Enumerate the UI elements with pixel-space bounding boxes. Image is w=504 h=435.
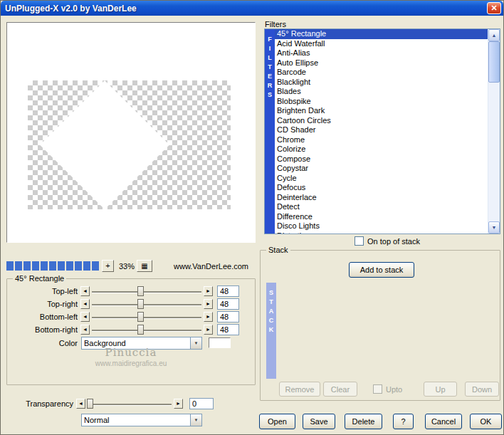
filter-list-item[interactable]: Auto Ellipse <box>275 58 488 68</box>
filter-list-item[interactable]: Difference <box>275 212 488 222</box>
filter-list-item[interactable]: Detect <box>275 202 488 212</box>
slider-thumb[interactable] <box>137 325 144 335</box>
preview-image[interactable] <box>28 80 231 209</box>
slider-decrease-button[interactable]: ◄ <box>80 299 90 309</box>
slider-thumb[interactable] <box>137 299 144 309</box>
stack-group: Stack Add to stack STACK Remove Clear Up… <box>260 250 500 401</box>
slider-thumb[interactable] <box>137 312 144 322</box>
blend-mode-value: Normal <box>82 414 190 426</box>
transparency-value-input[interactable] <box>189 398 214 409</box>
transparency-row: Transparency ◄ ► <box>6 397 214 409</box>
slider-decrease-button[interactable]: ◄ <box>80 325 90 335</box>
filter-list-item[interactable]: CD Shader <box>275 125 488 135</box>
preview-panel <box>6 22 256 243</box>
cancel-button[interactable]: Cancel <box>425 414 462 429</box>
filter-list-item[interactable]: Cartoon Circles <box>275 116 488 126</box>
slider-row: Bottom-left ◄ ► <box>11 310 239 323</box>
filter-items[interactable]: 45° RectangleAcid WaterfallAnti-AliasAut… <box>275 29 488 234</box>
filters-list: FILTERS 45° RectangleAcid WaterfallAnti-… <box>264 28 500 234</box>
grid-icon: ▦ <box>141 263 147 270</box>
filter-list-item[interactable]: Distortion <box>275 231 488 234</box>
arrow-right-icon: ► <box>206 314 211 319</box>
arrow-left-icon: ◄ <box>83 314 88 319</box>
watermark-name: Pinuccia <box>7 346 255 359</box>
slider-increase-button[interactable]: ► <box>204 286 213 296</box>
slider-groove <box>92 330 201 331</box>
stack-vertical-label: STACK <box>266 283 276 379</box>
filter-list-item[interactable]: Blacklight <box>275 78 488 88</box>
down-button[interactable]: Down <box>465 382 499 397</box>
slider-label: Top-left <box>11 287 80 295</box>
filter-list-item[interactable]: Blades <box>275 87 488 97</box>
delete-button[interactable]: Delete <box>345 414 382 429</box>
add-to-stack-button[interactable]: Add to stack <box>349 262 414 278</box>
filter-list-item[interactable]: Colorize <box>275 145 488 154</box>
help-button[interactable]: ? <box>393 414 414 429</box>
filter-list-item[interactable]: Anti-Alias <box>275 48 488 58</box>
zoom-level: 33% <box>119 262 135 271</box>
filter-list-item[interactable]: Copystar <box>275 164 488 174</box>
slider-thumb[interactable] <box>137 286 144 296</box>
remove-button[interactable]: Remove <box>279 382 320 397</box>
scrollbar-thumb[interactable] <box>488 41 500 83</box>
slider-decrease-button[interactable]: ◄ <box>76 399 85 409</box>
save-button[interactable]: Save <box>303 414 335 429</box>
slider-track[interactable] <box>86 398 173 409</box>
slider-increase-button[interactable]: ► <box>204 325 213 335</box>
filter-list-item[interactable]: Compose <box>275 154 488 164</box>
filter-list-item[interactable]: 45° Rectangle <box>275 29 488 39</box>
slider-track[interactable] <box>90 311 203 323</box>
filter-list-item[interactable]: Chrome <box>275 135 488 145</box>
on-top-label: On top of stack <box>367 237 420 246</box>
filter-list-item[interactable]: Cycle <box>275 174 488 184</box>
close-icon: ✕ <box>490 4 497 13</box>
titlebar[interactable]: UnPlugged-X v2.0 by VanDerLee ✕ <box>1 1 503 16</box>
stack-list[interactable] <box>276 283 495 379</box>
slider-increase-button[interactable]: ► <box>204 299 213 309</box>
slider-decrease-button[interactable]: ◄ <box>80 312 90 322</box>
slider-value-input[interactable] <box>217 324 239 335</box>
arrow-right-icon: ► <box>176 401 181 406</box>
blend-mode-combo[interactable]: Normal ▼ <box>81 414 202 426</box>
watermark-site: www.maidiregrafica.eu <box>7 360 255 367</box>
slider-track[interactable] <box>90 324 203 335</box>
filter-list-item[interactable]: Blobspike <box>275 97 488 107</box>
slider-row: Top-left ◄ ► <box>11 285 239 297</box>
slider-increase-button[interactable]: ► <box>204 312 213 322</box>
slider-thumb[interactable] <box>87 399 93 409</box>
slider-row: Bottom-right ◄ ► <box>11 323 239 335</box>
filter-list-item[interactable]: Brighten Dark <box>275 106 488 116</box>
open-button[interactable]: Open <box>259 414 295 429</box>
pixel-view-button[interactable]: ▦ <box>137 260 152 272</box>
transparency-label: Transparency <box>6 399 76 408</box>
slider-track[interactable] <box>90 285 203 297</box>
slider-value-input[interactable] <box>217 311 239 323</box>
slider-decrease-button[interactable]: ◄ <box>80 286 90 296</box>
close-button[interactable]: ✕ <box>487 2 501 14</box>
arrow-left-icon: ◄ <box>78 401 83 406</box>
param-group-title: 45° Rectangle <box>13 274 66 283</box>
diamond-shape <box>40 80 169 209</box>
up-button[interactable]: Up <box>424 382 457 397</box>
ok-button[interactable]: OK <box>470 414 502 429</box>
on-top-checkbox[interactable] <box>355 236 364 246</box>
filter-list-item[interactable]: Disco Lights <box>275 221 488 231</box>
filter-list-item[interactable]: Deinterlace <box>275 193 488 203</box>
slider-value-input[interactable] <box>217 298 239 310</box>
filter-list-item[interactable]: Defocus <box>275 183 488 193</box>
scroll-up-button[interactable]: ▲ <box>488 29 500 41</box>
clear-button[interactable]: Clear <box>323 382 357 397</box>
slider-label: Bottom-right <box>11 325 80 334</box>
filter-list-item[interactable]: Acid Waterfall <box>275 39 488 49</box>
slider-track[interactable] <box>90 298 203 310</box>
upto-checkbox[interactable] <box>373 384 382 394</box>
filters-scrollbar[interactable]: ▲ ▼ <box>488 29 500 234</box>
scroll-down-button[interactable]: ▼ <box>488 221 500 234</box>
filter-params-group: 45° Rectangle Top-left ◄ ► Top-right ◄ ►… <box>6 278 256 385</box>
slider-increase-button[interactable]: ► <box>174 399 183 409</box>
slider-value-input[interactable] <box>217 285 239 297</box>
zoom-in-button[interactable]: + <box>102 260 114 272</box>
slider-groove <box>92 304 201 305</box>
filters-section-label: Filters <box>265 20 286 28</box>
filter-list-item[interactable]: Barcode <box>275 68 488 78</box>
